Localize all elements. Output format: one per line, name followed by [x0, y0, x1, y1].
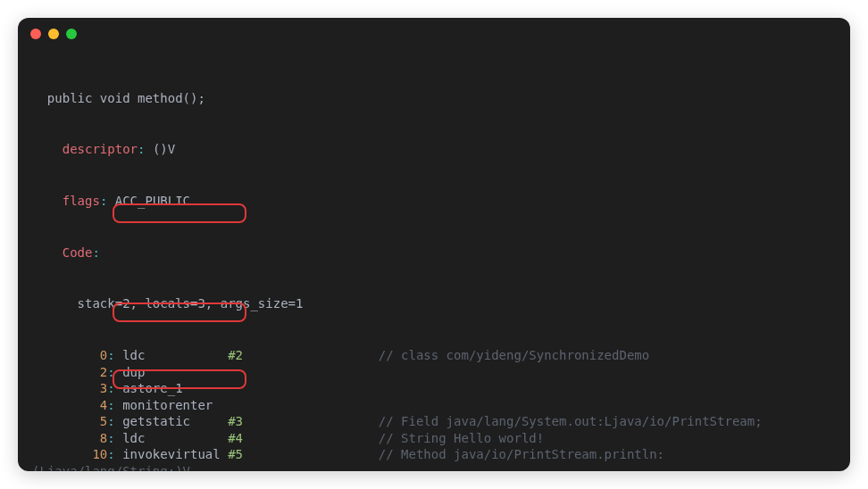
- bytecode-instruction: 4: monitorenter: [32, 397, 836, 414]
- bytecode-instruction: 5: getstatic #3 // Field java/lang/Syste…: [32, 414, 836, 431]
- instruction-offset: 0: [32, 347, 107, 365]
- instruction-offset: 8: [32, 430, 107, 448]
- descriptor-line: descriptor: ()V: [32, 142, 836, 159]
- instruction-comment-wrap: (Ljava/lang/String;)V: [32, 463, 190, 471]
- instruction-offset: 4: [32, 397, 107, 415]
- code-content: public void method(); descriptor: ()V fl…: [18, 50, 850, 471]
- instruction-offset: 10: [32, 446, 107, 464]
- instruction-opcode: monitorenter: [122, 397, 213, 415]
- instruction-ref: #3: [228, 413, 243, 431]
- code-label-line: Code:: [32, 244, 836, 261]
- close-icon[interactable]: [30, 29, 41, 39]
- bytecode-instruction-wrap: (Ljava/lang/String;)V: [32, 463, 836, 471]
- instruction-comment: // Field java/lang/System.out:Ljava/io/P…: [379, 413, 763, 431]
- instruction-offset: 2: [32, 364, 107, 382]
- instruction-comment: // class com/yideng/SynchronizedDemo: [379, 347, 649, 365]
- instruction-opcode: ldc: [122, 347, 228, 365]
- instruction-offset: 3: [32, 380, 107, 398]
- instruction-ref: #2: [228, 347, 243, 365]
- instruction-opcode: invokevirtual: [122, 446, 228, 464]
- instruction-ref: #5: [228, 446, 243, 464]
- stack-info-line: stack=2, locals=3, args_size=1: [32, 296, 836, 313]
- bytecode-instruction: 2: dup: [32, 364, 836, 381]
- minimize-icon[interactable]: [48, 29, 59, 39]
- flags-line: flags: ACC_PUBLIC: [32, 194, 836, 211]
- maximize-icon[interactable]: [66, 29, 77, 39]
- bytecode-instruction: 8: ldc #4 // String Hello world!: [32, 430, 836, 447]
- instruction-comment: // String Hello world!: [379, 430, 544, 448]
- instruction-opcode: astore_1: [122, 380, 182, 398]
- instruction-opcode: dup: [122, 364, 145, 382]
- bytecode-instruction: 10: invokevirtual #5 // Method java/io/P…: [32, 447, 836, 464]
- bytecode-instruction: 3: astore_1: [32, 381, 836, 398]
- instruction-ref: #4: [228, 430, 243, 448]
- bytecode-instruction: 0: ldc #2 // class com/yideng/Synchroniz…: [32, 348, 836, 365]
- instruction-opcode: getstatic: [122, 413, 228, 431]
- instruction-offset: 5: [32, 413, 107, 431]
- method-signature: public void method();: [32, 90, 836, 107]
- instruction-opcode: ldc: [122, 430, 228, 448]
- terminal-window: public void method(); descriptor: ()V fl…: [18, 18, 850, 471]
- titlebar: [18, 18, 850, 50]
- instruction-comment: // Method java/io/PrintStream.println:: [379, 446, 664, 464]
